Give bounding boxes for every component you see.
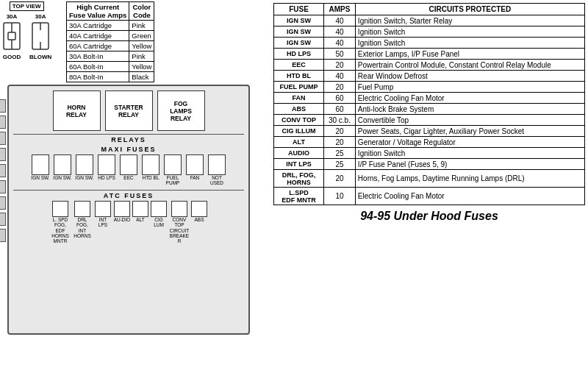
fuse-ign-sw-2: IGN SW. bbox=[53, 154, 73, 185]
good-label: GOOD bbox=[3, 54, 21, 60]
atc-fuse-8: ABS bbox=[191, 201, 207, 243]
circuits-cell: Ignition Switch bbox=[355, 26, 584, 38]
relays-section: HORNRELAY STARTERRELAY FOGLAMPSRELAY bbox=[13, 90, 244, 131]
table-row: DRL, FOG, HORNS 20 Horns, Fog Lamps, Day… bbox=[274, 170, 585, 188]
maxi-fuse-6 bbox=[142, 154, 159, 175]
blown-amp-label: 30A bbox=[35, 13, 46, 20]
maxi-fuses-row: IGN SW. IGN SW. IGN SW. HD LPS bbox=[13, 154, 244, 185]
atc-fuse-2: DRL FOG, INT HORNS bbox=[72, 201, 93, 243]
legend-table: High CurrentFuse Value Amps ColorCode 30… bbox=[66, 1, 154, 82]
circuits-cell: Electric Cooling Fan Motor bbox=[355, 188, 584, 205]
atc-fuse-box-2 bbox=[74, 201, 90, 217]
svg-rect-2 bbox=[8, 32, 15, 40]
table-row: CIG ILLUM 20 Power Seats, Cigar Lighter,… bbox=[274, 126, 585, 137]
atc-fuse-box-7 bbox=[171, 201, 187, 217]
amps-cell: 10 bbox=[324, 188, 356, 205]
circuits-cell: Ignition Switch bbox=[355, 38, 584, 49]
fuse-cell: IGN SW bbox=[274, 38, 324, 49]
fuse-cell: FAN bbox=[274, 93, 324, 104]
main-container: TOP VIEW 30A GOOD 30A bbox=[0, 0, 588, 384]
legend-row-4-color: Pink bbox=[129, 51, 154, 62]
header-fuse: FUSE bbox=[274, 4, 324, 15]
amps-cell: 40 bbox=[324, 26, 356, 38]
circuits-cell: Power Seats, Cigar Lighter, Auxiliary Po… bbox=[355, 126, 584, 137]
fuse-hd-lps: HD LPS bbox=[97, 154, 117, 185]
fuse-table: FUSE AMPS CIRCUITS PROTECTED IGN SW 40 I… bbox=[273, 3, 585, 205]
maxi-fuse-1 bbox=[32, 154, 49, 175]
maxi-fuse-7 bbox=[164, 154, 182, 175]
fuse-cell: DRL, FOG, HORNS bbox=[274, 170, 324, 188]
legend-row-6-color: Black bbox=[129, 72, 154, 82]
fog-lamps-relay: FOGLAMPSRELAY bbox=[157, 90, 205, 131]
amps-cell: 40 bbox=[324, 38, 356, 49]
fuse-htd-bl: HTD BL bbox=[141, 154, 161, 185]
maxi-fuses-label: MAXI FUSES bbox=[13, 146, 244, 153]
fuse-cell: ABS bbox=[274, 104, 324, 115]
circuits-cell: Convertible Top bbox=[355, 115, 584, 126]
amps-cell: 20 bbox=[324, 137, 356, 148]
table-row: HTD BL 40 Rear Window Defrost bbox=[274, 71, 585, 82]
fuse-fuel-pump: FUEL PUMP bbox=[163, 154, 183, 185]
atc-fuse-4: AU-DIO bbox=[113, 201, 131, 243]
legend-row-2-fuse: 40A Cartridge bbox=[67, 31, 129, 41]
circuits-cell: Exterior Lamps, I/P Fuse Panel bbox=[355, 49, 584, 60]
fuse-cell: L.SPD EDF MNTR bbox=[274, 188, 324, 205]
atc-fuse-box-1 bbox=[52, 201, 68, 217]
fuse-ign-sw-3: IGN SW. bbox=[75, 154, 95, 185]
amps-cell: 25 bbox=[324, 159, 356, 170]
amps-cell: 50 bbox=[324, 49, 356, 60]
table-row: IGN SW 40 Ignition Switch bbox=[274, 38, 585, 49]
connector-8 bbox=[0, 213, 6, 226]
atc-fuse-7: CONV TOP CIRCUIT BREAKER bbox=[169, 201, 190, 243]
atc-fuse-6: CIG LUM bbox=[150, 201, 168, 243]
circuits-cell: Rear Window Defrost bbox=[355, 71, 584, 82]
right-panel: FUSE AMPS CIRCUITS PROTECTED IGN SW 40 I… bbox=[272, 0, 588, 384]
legend-row-3-fuse: 60A Cartridge bbox=[67, 41, 129, 51]
atc-fuse-box-4 bbox=[114, 201, 130, 217]
connector-3 bbox=[0, 132, 6, 145]
amps-cell: 20 bbox=[324, 82, 356, 93]
amps-cell: 40 bbox=[324, 15, 356, 26]
relays-label: RELAYS bbox=[13, 134, 244, 143]
fuse-cell: CIG ILLUM bbox=[274, 126, 324, 137]
circuits-cell: Fuel Pump bbox=[355, 82, 584, 93]
atc-fuse-5: ALT bbox=[132, 201, 148, 243]
good-fuse-svg bbox=[1, 20, 22, 52]
starter-relay: STARTERRELAY bbox=[105, 90, 153, 131]
fuse-ign-sw-1: IGN SW. bbox=[31, 154, 51, 185]
legend-row-3-color: Yellow bbox=[129, 41, 154, 51]
blown-fuse: 30A BLOWN bbox=[29, 13, 51, 60]
table-row: FUEL PUMP 20 Fuel Pump bbox=[274, 82, 585, 93]
table-row: IGN SW 40 Ignition Switch bbox=[274, 26, 585, 38]
connector-9 bbox=[0, 229, 6, 242]
good-fuse: 30A GOOD bbox=[1, 13, 22, 60]
table-row: INT LPS 25 I/P Fuse Panel (Fuses 5, 9) bbox=[274, 159, 585, 170]
atc-label: ATC FUSES bbox=[13, 190, 244, 199]
fuse-box: HORNRELAY STARTERRELAY FOGLAMPSRELAY REL… bbox=[7, 85, 250, 335]
fuse-cell: ALT bbox=[274, 137, 324, 148]
circuits-cell: Generator / Voltage Regulator bbox=[355, 137, 584, 148]
connector-6 bbox=[0, 180, 6, 193]
atc-fuse-3: INT LPS bbox=[94, 201, 112, 243]
fuse-eec: EEC bbox=[119, 154, 139, 185]
blown-label: BLOWN bbox=[29, 54, 51, 60]
table-row: ALT 20 Generator / Voltage Regulator bbox=[274, 137, 585, 148]
table-row: IGN SW 40 Ignition Switch, Starter Relay bbox=[274, 15, 585, 26]
left-connectors bbox=[0, 99, 6, 242]
atc-fuse-box-8 bbox=[191, 201, 207, 217]
fuse-cell: IGN SW bbox=[274, 15, 324, 26]
circuits-cell: Horns, Fog Lamps, Daytime Running Lamps … bbox=[355, 170, 584, 188]
amps-cell: 25 bbox=[324, 148, 356, 159]
fuse-fan: FAN bbox=[185, 154, 205, 185]
left-panel: TOP VIEW 30A GOOD 30A bbox=[0, 0, 272, 384]
atc-fuse-1: L. SPD FOG, EDF HORNS MNTR bbox=[50, 201, 71, 243]
table-row: L.SPD EDF MNTR 10 Electric Cooling Fan M… bbox=[274, 188, 585, 205]
circuits-cell: Ignition Switch bbox=[355, 148, 584, 159]
fuse-cell: HD LPS bbox=[274, 49, 324, 60]
circuits-cell: I/P Fuse Panel (Fuses 5, 9) bbox=[355, 159, 584, 170]
fuse-cell: IGN SW bbox=[274, 26, 324, 38]
maxi-fuse-2 bbox=[54, 154, 71, 175]
legend-header2: ColorCode bbox=[129, 2, 154, 21]
atc-fuse-box-6 bbox=[151, 201, 167, 217]
circuits-cell: Powertrain Control Module, Constant Cont… bbox=[355, 60, 584, 71]
